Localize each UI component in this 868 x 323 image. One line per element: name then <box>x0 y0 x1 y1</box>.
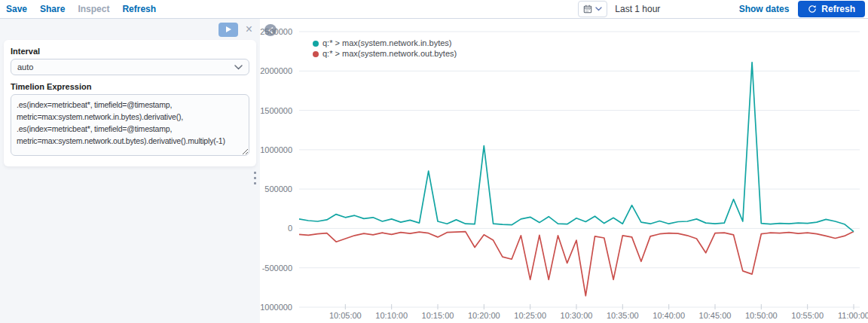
svg-text:2000000: 2000000 <box>260 66 292 75</box>
date-quick-select-button[interactable] <box>578 1 607 17</box>
refresh-icon <box>808 5 817 14</box>
series-out-dot <box>313 51 319 57</box>
calendar-icon <box>583 5 592 14</box>
inspect-button: Inspect <box>78 4 109 14</box>
svg-text:1500000: 1500000 <box>260 106 292 115</box>
svg-text:10:15:00: 10:15:00 <box>422 311 454 320</box>
series-in-dot <box>313 41 319 47</box>
editor-header: × <box>0 19 260 40</box>
svg-text:10:05:00: 10:05:00 <box>329 311 362 320</box>
svg-text:10:30:00: 10:30:00 <box>561 311 593 320</box>
svg-text:0: 0 <box>288 224 292 233</box>
editor-form-card: Interval auto Timelion Expression .es(in… <box>4 40 256 166</box>
legend-label-out: q:* > max(system.network.out.bytes) <box>322 49 457 59</box>
svg-text:10:55:00: 10:55:00 <box>791 311 824 320</box>
svg-text:10:25:00: 10:25:00 <box>514 311 546 320</box>
play-icon <box>226 26 231 32</box>
svg-text:1000000: 1000000 <box>260 145 292 154</box>
close-icon[interactable]: × <box>244 24 254 35</box>
super-date-picker: Last 1 hour Show dates <box>578 1 798 17</box>
chevron-down-icon <box>595 7 602 11</box>
svg-text:-1000000: -1000000 <box>260 303 292 312</box>
chart-legend: q:* > max(system.network.in.bytes) q:* >… <box>313 38 457 59</box>
svg-text:2500000: 2500000 <box>260 27 292 36</box>
top-toolbar: Save Share Inspect Refresh <box>0 0 868 19</box>
legend-item-out: q:* > max(system.network.out.bytes) <box>313 49 457 59</box>
date-controls: Last 1 hour Show dates Refresh <box>578 1 865 17</box>
svg-text:-500000: -500000 <box>262 264 292 273</box>
toolbar-links: Save Share Inspect Refresh <box>6 4 156 14</box>
share-button[interactable]: Share <box>40 4 65 14</box>
refresh-query-button[interactable]: Refresh <box>798 1 865 17</box>
svg-text:10:40:00: 10:40:00 <box>653 311 685 320</box>
run-expression-button[interactable] <box>219 23 238 37</box>
interval-value: auto <box>17 62 33 72</box>
interval-select[interactable]: auto <box>11 59 249 75</box>
legend-item-in: q:* > max(system.network.in.bytes) <box>313 38 457 48</box>
panel-resize-handle[interactable] <box>252 170 258 186</box>
svg-text:11:00:00: 11:00:00 <box>838 311 868 320</box>
svg-text:10:10:00: 10:10:00 <box>375 311 408 320</box>
chevron-down-icon <box>234 65 243 70</box>
timelion-editor-panel: × Interval auto Timelion Expression .es(… <box>0 19 260 323</box>
timelion-expression-input[interactable]: .es(index=metricbeat*, timefield=@timest… <box>11 94 249 156</box>
timeseries-chart: 25000002000000150000010000005000000-5000… <box>260 19 868 323</box>
show-dates-button[interactable]: Show dates <box>739 4 790 14</box>
legend-label-in: q:* > max(system.network.in.bytes) <box>322 38 451 48</box>
chart-region: 25000002000000150000010000005000000-5000… <box>260 19 868 323</box>
svg-text:10:50:00: 10:50:00 <box>745 311 778 320</box>
date-range-value[interactable]: Last 1 hour <box>615 4 660 14</box>
svg-text:10:20:00: 10:20:00 <box>468 311 500 320</box>
main-content: × Interval auto Timelion Expression .es(… <box>0 19 868 323</box>
refresh-button-label: Refresh <box>821 4 855 14</box>
svg-text:10:35:00: 10:35:00 <box>607 311 639 320</box>
refresh-link[interactable]: Refresh <box>122 4 156 14</box>
svg-text:500000: 500000 <box>264 184 292 193</box>
expression-label: Timelion Expression <box>11 82 249 91</box>
svg-text:10:45:00: 10:45:00 <box>699 311 732 320</box>
interval-label: Interval <box>11 47 249 56</box>
timelion-visualize-app: Save Share Inspect Refresh <box>0 0 868 323</box>
save-button[interactable]: Save <box>6 4 27 14</box>
